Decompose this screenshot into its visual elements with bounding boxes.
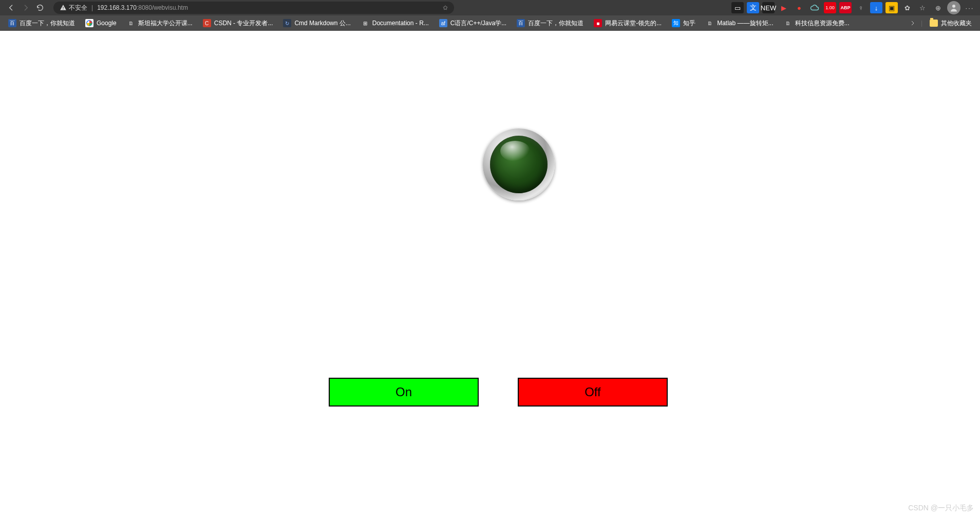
- download-icon[interactable]: ↓: [870, 2, 882, 13]
- url-host: 192.168.3.170: [97, 4, 137, 11]
- bookmark-label: Cmd Markdown 公...: [294, 19, 350, 28]
- bookmark-item[interactable]: 知知乎: [668, 17, 700, 29]
- forward-button[interactable]: [18, 1, 33, 15]
- reload-button[interactable]: [33, 1, 47, 15]
- browser-toolbar: 不安全 | 192.168.3.170:8080/webvisu.htm ✩ ▭…: [0, 0, 980, 15]
- bookmark-item[interactable]: 🗎Matlab ——旋转矩...: [702, 17, 777, 29]
- toolbar-extensions: ▭ 文 NEW ▶ ● 1.00 ABP ♀ ↓ ▣ ✿ ☆ ⊕ ···: [731, 1, 976, 14]
- bookmark-item[interactable]: 百百度一下，你就知道: [513, 17, 588, 29]
- bookmark-item[interactable]: 百百度一下，你就知道: [4, 17, 79, 29]
- favorites-icon[interactable]: ☆: [916, 2, 929, 13]
- person-icon: [949, 3, 958, 12]
- bookmark-item[interactable]: ■网易云课堂-领先的...: [590, 17, 666, 29]
- collections-icon[interactable]: ⊕: [932, 2, 944, 13]
- off-button[interactable]: Off: [518, 378, 668, 407]
- favicon-doc: ⊞: [361, 19, 369, 27]
- other-bookmarks-folder[interactable]: 其他收藏夹: [926, 17, 976, 29]
- profile-avatar[interactable]: [947, 1, 960, 14]
- svg-rect-1: [63, 9, 63, 9]
- bookmark-item[interactable]: CCSDN - 专业开发者...: [199, 17, 277, 29]
- back-icon: [7, 4, 15, 12]
- bookmark-label: CSDN - 专业开发者...: [214, 19, 273, 28]
- cloud-svg: [810, 4, 819, 11]
- watermark-text: CSDN @一只小毛多: [908, 504, 974, 513]
- reload-icon: [36, 4, 44, 12]
- back-button[interactable]: [4, 1, 18, 15]
- badge-100-icon[interactable]: 1.00: [824, 2, 836, 13]
- favicon-cmd: ↻: [283, 19, 291, 27]
- favicon-matlab: 🗎: [706, 19, 714, 27]
- forward-icon: [22, 4, 30, 12]
- bookmark-label: 知乎: [683, 19, 695, 28]
- bookmark-label: 百度一下，你就知道: [528, 19, 583, 28]
- security-indicator: 不安全: [60, 4, 87, 12]
- lamp-glass: [490, 136, 548, 193]
- favicon-wangyi: ■: [594, 19, 602, 27]
- url-text: 192.168.3.170:8080/webvisu.htm: [97, 4, 188, 11]
- folder-icon: [930, 20, 938, 27]
- off-button-label: Off: [585, 385, 601, 399]
- favicon-page: 🗎: [784, 19, 792, 27]
- star-icon[interactable]: ✩: [443, 4, 448, 11]
- bookmark-label: Matlab ——旋转矩...: [717, 19, 773, 28]
- abp-icon[interactable]: ABP: [839, 2, 852, 13]
- bookmark-label: Documentation - R...: [372, 20, 429, 27]
- bookmark-label: 科技信息资源免费...: [795, 19, 850, 28]
- bookmark-item[interactable]: 🗎斯坦福大学公开课...: [123, 17, 197, 29]
- favicon-csdn: C: [203, 19, 211, 27]
- on-button-label: On: [395, 385, 412, 399]
- bookmarks-bar: 百百度一下，你就知道 Google 🗎斯坦福大学公开课... CCSDN - 专…: [0, 15, 980, 31]
- pic-icon[interactable]: ▣: [885, 2, 898, 13]
- rec-icon[interactable]: ●: [793, 2, 805, 13]
- favicon-page: 🗎: [127, 19, 135, 27]
- svg-rect-0: [63, 7, 63, 8]
- favicon-google: [85, 19, 93, 27]
- address-bar[interactable]: 不安全 | 192.168.3.170:8080/webvisu.htm ✩: [53, 2, 454, 14]
- bookmark-label: 百度一下，你就知道: [20, 19, 75, 28]
- webvisu-content: On Off CSDN @一只小毛多: [0, 31, 980, 517]
- svg-point-2: [952, 5, 955, 8]
- cloud-icon[interactable]: [808, 2, 821, 13]
- bookmark-label: Google: [97, 20, 117, 27]
- bulb-icon[interactable]: ♀: [855, 2, 867, 13]
- warning-icon: [60, 4, 67, 11]
- indicator-lamp: [483, 128, 555, 200]
- new-badge-icon[interactable]: NEW: [762, 2, 775, 13]
- play-icon[interactable]: ▶: [778, 2, 790, 13]
- other-bookmarks-label: 其他收藏夹: [941, 19, 972, 28]
- bookmark-item[interactable]: 🗎科技信息资源免费...: [780, 17, 854, 29]
- more-button[interactable]: ···: [964, 2, 976, 13]
- favicon-zhihu: 知: [672, 19, 680, 27]
- extensions-icon[interactable]: ✿: [901, 2, 913, 13]
- bookmark-item[interactable]: afC语言/C++/Java学...: [435, 17, 511, 29]
- security-label: 不安全: [69, 4, 87, 12]
- bookmark-item[interactable]: ↻Cmd Markdown 公...: [279, 17, 354, 29]
- reader-icon[interactable]: ▭: [731, 2, 744, 13]
- bookmark-item[interactable]: ⊞Documentation - R...: [357, 17, 433, 29]
- translate-icon[interactable]: 文: [747, 2, 759, 13]
- bookmarks-overflow-button[interactable]: [908, 20, 918, 26]
- bookmark-item[interactable]: Google: [81, 17, 121, 29]
- separator: |: [91, 4, 93, 11]
- on-button[interactable]: On: [329, 378, 479, 407]
- favicon-af: af: [439, 19, 447, 27]
- bookmark-label: 网易云课堂-领先的...: [605, 19, 662, 28]
- url-path: :8080/webvisu.htm: [137, 4, 188, 11]
- chevron-right-icon: [910, 20, 916, 26]
- bookmark-label: C语言/C++/Java学...: [450, 19, 506, 28]
- bookmark-label: 斯坦福大学公开课...: [138, 19, 193, 28]
- favicon-baidu: 百: [8, 19, 16, 27]
- favicon-baidu: 百: [517, 19, 525, 27]
